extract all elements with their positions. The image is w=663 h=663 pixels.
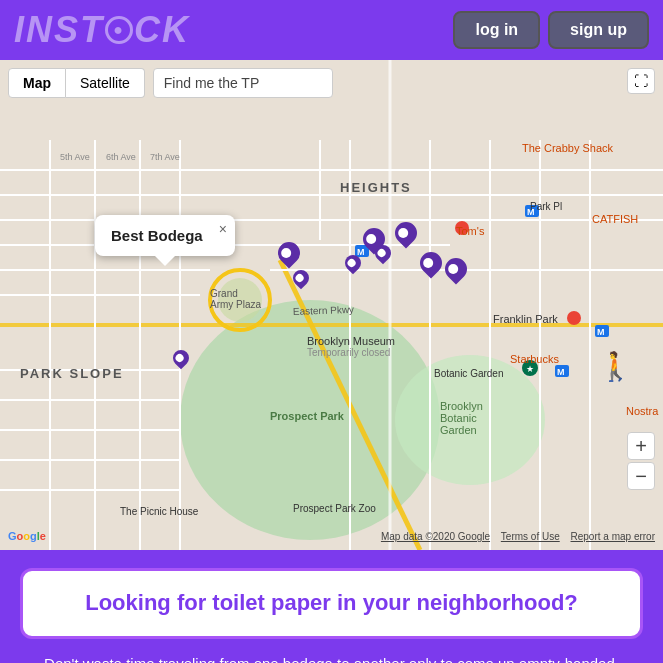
map-data-label: Map data ©2020 Google xyxy=(381,531,490,542)
fullscreen-button[interactable]: ⛶ xyxy=(627,68,655,94)
svg-text:Park Pl: Park Pl xyxy=(530,201,562,212)
svg-text:M: M xyxy=(597,327,605,337)
svg-point-41 xyxy=(567,311,581,325)
app-header: INST●CK log in sign up xyxy=(0,0,663,60)
svg-text:7th Ave: 7th Ave xyxy=(150,152,180,162)
map-toolbar: Map Satellite xyxy=(8,68,655,98)
map-tab-map[interactable]: Map xyxy=(8,68,66,98)
map-container: M M M M ★ Prospect Park Eastern Pkwy Gra… xyxy=(0,60,663,550)
map-tab-satellite[interactable]: Satellite xyxy=(66,68,145,98)
svg-text:Army Plaza: Army Plaza xyxy=(210,299,262,310)
svg-text:M: M xyxy=(557,367,565,377)
svg-text:Eastern Pkwy: Eastern Pkwy xyxy=(293,304,354,317)
app-logo: INST●CK xyxy=(14,9,190,51)
header-buttons: log in sign up xyxy=(453,11,649,49)
svg-text:Garden: Garden xyxy=(440,424,477,436)
svg-text:Brooklyn: Brooklyn xyxy=(440,400,483,412)
svg-text:Botanic Garden: Botanic Garden xyxy=(434,368,504,379)
svg-text:Grand: Grand xyxy=(210,288,238,299)
zoom-controls: + − xyxy=(627,432,655,490)
svg-text:5th Ave: 5th Ave xyxy=(60,152,90,162)
popup-title: Best Bodega xyxy=(111,227,219,244)
report-link[interactable]: Report a map error xyxy=(571,531,655,542)
svg-text:CATFISH: CATFISH xyxy=(592,213,638,225)
pedestrian-icon: 🚶 xyxy=(598,350,633,383)
map-credits: Map data ©2020 Google Terms of Use Repor… xyxy=(373,531,655,542)
svg-text:Nostra: Nostra xyxy=(626,405,659,417)
popup-close-button[interactable]: × xyxy=(219,221,227,237)
svg-text:The Picnic House: The Picnic House xyxy=(120,506,199,517)
svg-text:Tom's: Tom's xyxy=(456,225,485,237)
svg-text:PARK SLOPE: PARK SLOPE xyxy=(20,366,124,381)
zoom-out-button[interactable]: − xyxy=(627,462,655,490)
svg-text:Brooklyn Museum: Brooklyn Museum xyxy=(307,335,395,347)
svg-text:Prospect Park Zoo: Prospect Park Zoo xyxy=(293,503,376,514)
fullscreen-icon: ⛶ xyxy=(634,73,648,89)
zoom-in-button[interactable]: + xyxy=(627,432,655,460)
svg-text:The Crabby Shack: The Crabby Shack xyxy=(522,142,614,154)
signup-button[interactable]: sign up xyxy=(548,11,649,49)
svg-text:6th Ave: 6th Ave xyxy=(106,152,136,162)
svg-text:M: M xyxy=(357,247,365,257)
cta-subtext: Don't waste time traveling from one bode… xyxy=(20,653,643,663)
terms-link[interactable]: Terms of Use xyxy=(501,531,560,542)
svg-text:Starbucks: Starbucks xyxy=(510,353,559,365)
svg-text:Prospect Park: Prospect Park xyxy=(270,410,345,422)
cta-box: Looking for toilet paper in your neighbo… xyxy=(20,568,643,639)
map-background: M M M M ★ Prospect Park Eastern Pkwy Gra… xyxy=(0,60,663,550)
svg-text:★: ★ xyxy=(526,364,534,374)
svg-text:Botanic: Botanic xyxy=(440,412,477,424)
login-button[interactable]: log in xyxy=(453,11,540,49)
map-search-input[interactable] xyxy=(153,68,333,98)
map-svg: M M M M ★ Prospect Park Eastern Pkwy Gra… xyxy=(0,60,663,550)
svg-text:Temporarily closed: Temporarily closed xyxy=(307,347,390,358)
svg-text:Franklin Park: Franklin Park xyxy=(493,313,558,325)
svg-text:HEIGHTS: HEIGHTS xyxy=(340,180,412,195)
google-logo: Google xyxy=(8,530,46,542)
cta-heading: Looking for toilet paper in your neighbo… xyxy=(43,589,620,618)
bottom-section: Looking for toilet paper in your neighbo… xyxy=(0,550,663,663)
map-popup: × Best Bodega xyxy=(95,215,235,256)
logo-icon: ● xyxy=(105,16,133,44)
